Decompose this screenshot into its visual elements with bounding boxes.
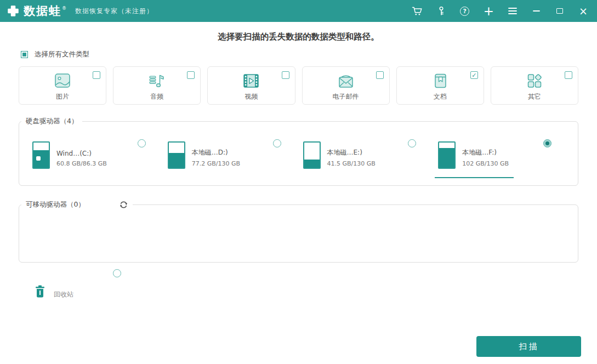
titlebar-actions: ? + ×	[412, 5, 588, 16]
audio-checkbox[interactable]	[187, 71, 195, 79]
drive-capacity-icon	[32, 141, 50, 169]
app-window: 数据蛙 ® 数据恢复专家（未注册） ? + × 选	[0, 0, 597, 364]
drive-name: Wind…(C:)	[56, 150, 107, 157]
drive-name: 本地磁…D:)	[192, 148, 240, 157]
hard-drives-title: 硬盘驱动器（4）	[21, 117, 82, 126]
drive-radio[interactable]	[408, 139, 416, 147]
app-subtitle: 数据恢复专家（未注册）	[75, 7, 153, 16]
refresh-icon[interactable]	[119, 200, 128, 209]
drive-item-c[interactable]: Wind…(C:) 60.8 GB/86.3 GB	[32, 141, 168, 169]
page-title: 选择要扫描的丢失数据的数据类型和路径。	[19, 22, 578, 43]
drive-capacity: 77.2 GB/130 GB	[192, 160, 240, 167]
windows-badge-icon	[36, 156, 41, 161]
card-documents[interactable]: 文档	[396, 66, 484, 105]
drive-item-f[interactable]: 本地磁…F:) 102 GB/130 GB	[438, 141, 573, 169]
drive-capacity-icon	[303, 141, 321, 169]
select-all-checkbox[interactable]	[21, 51, 28, 58]
select-all-filetypes[interactable]: 选择所有文件类型	[21, 50, 89, 59]
trash-icon	[34, 285, 46, 300]
card-others[interactable]: 其它	[491, 66, 578, 105]
card-video[interactable]: 视频	[207, 66, 295, 105]
email-checkbox[interactable]	[376, 71, 384, 79]
card-label: 其它	[491, 92, 578, 101]
maximize-icon[interactable]	[555, 5, 565, 16]
scan-button[interactable]: 扫描	[476, 336, 581, 357]
drive-item-e[interactable]: 本地磁…E:) 41.5 GB/130 GB	[303, 141, 439, 169]
brand: 数据蛙 ® 数据恢复专家（未注册）	[7, 3, 153, 19]
minimize-icon[interactable]	[531, 5, 541, 16]
plus-icon[interactable]: +	[484, 5, 494, 16]
help-icon[interactable]: ?	[460, 5, 470, 16]
drive-capacity: 102 GB/130 GB	[462, 160, 509, 167]
card-label: 图片	[19, 92, 106, 101]
others-checkbox[interactable]	[565, 71, 572, 79]
removable-drives-title: 可移动驱动器（0）	[26, 200, 85, 209]
drive-name: 本地磁…E:)	[327, 148, 376, 157]
key-icon[interactable]	[436, 5, 446, 16]
drive-capacity: 60.8 GB/86.3 GB	[56, 160, 107, 167]
recycle-bin-radio[interactable]	[113, 269, 121, 277]
recycle-bin-label: 回收站	[54, 290, 73, 300]
video-checkbox[interactable]	[282, 71, 289, 79]
card-label: 视频	[208, 92, 294, 101]
hard-drives-list: Wind…(C:) 60.8 GB/86.3 GB 本地磁…D:) 77.2 G…	[19, 126, 578, 185]
documents-checkbox[interactable]	[470, 71, 478, 79]
titlebar: 数据蛙 ® 数据恢复专家（未注册） ? + ×	[0, 0, 597, 22]
file-type-cards: 图片 音频 视频 电子邮件	[19, 66, 578, 105]
recycle-bin-item[interactable]: 回收站	[34, 285, 73, 300]
drive-radio[interactable]	[273, 139, 281, 147]
select-all-label: 选择所有文件类型	[35, 50, 89, 59]
cart-icon[interactable]	[412, 5, 423, 16]
menu-icon[interactable]	[508, 5, 518, 16]
drive-capacity: 41.5 GB/130 GB	[327, 160, 376, 167]
images-checkbox[interactable]	[93, 71, 100, 79]
card-label: 音频	[113, 92, 200, 101]
drive-item-d[interactable]: 本地磁…D:) 77.2 GB/130 GB	[168, 141, 303, 169]
app-logo-icon	[7, 4, 20, 18]
drive-name: 本地磁…F:)	[462, 148, 509, 157]
drive-capacity-icon	[168, 141, 185, 169]
card-label: 电子邮件	[303, 92, 389, 101]
close-icon[interactable]: ×	[578, 5, 588, 16]
drive-capacity-icon	[438, 141, 456, 169]
hard-drives-section: 硬盘驱动器（4） Wind…(C:) 60.8 GB/86.3 GB	[19, 117, 578, 186]
removable-drives-list	[19, 209, 578, 262]
drive-radio[interactable]	[543, 139, 551, 147]
removable-drives-section: 可移动驱动器（0）	[19, 200, 578, 263]
card-images[interactable]: 图片	[19, 66, 106, 105]
card-email[interactable]: 电子邮件	[302, 66, 390, 105]
app-name: 数据蛙	[24, 3, 61, 19]
main-content: 选择要扫描的丢失数据的数据类型和路径。 选择所有文件类型 图片 音频	[0, 22, 597, 312]
registered-mark: ®	[62, 6, 66, 11]
drive-radio[interactable]	[138, 139, 146, 147]
card-audio[interactable]: 音频	[113, 66, 201, 105]
recycle-bin-section: 回收站	[19, 268, 578, 312]
card-label: 文档	[397, 92, 484, 101]
